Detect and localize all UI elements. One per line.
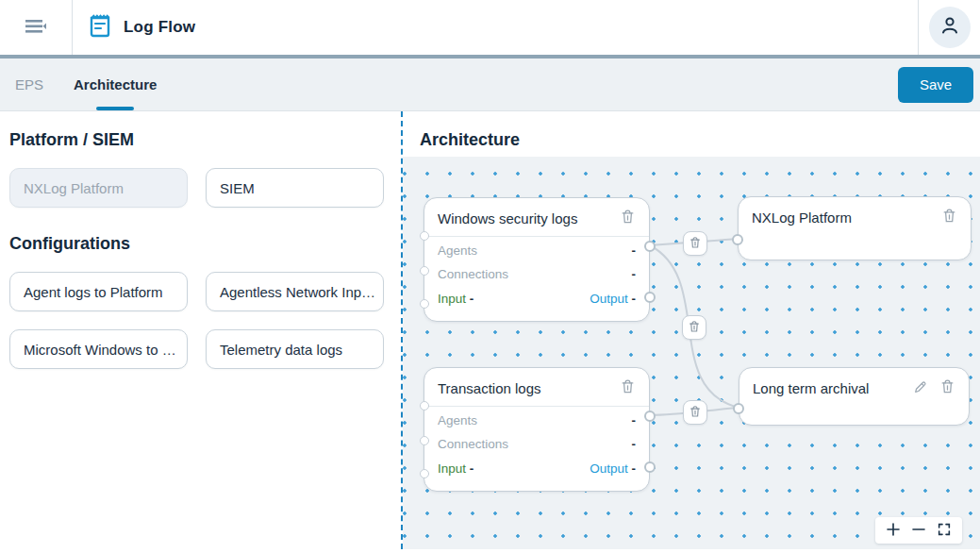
architecture-heading: Architecture xyxy=(403,111,980,150)
row-label: Connections xyxy=(438,437,508,451)
node-delete-button[interactable] xyxy=(939,378,955,397)
header-user-area xyxy=(918,0,980,55)
platform-siem-grid: NXLog Platform SIEM xyxy=(9,168,384,208)
input-port[interactable] xyxy=(420,231,429,241)
output-port[interactable] xyxy=(644,411,656,422)
output-port[interactable] xyxy=(644,292,656,303)
node-nxlog-platform[interactable]: NXLog Platform xyxy=(738,196,972,260)
node-title: Windows security logs xyxy=(438,210,577,226)
node-row-agents: Agents - xyxy=(424,239,649,262)
fit-view-icon xyxy=(937,522,952,540)
architecture-panel: Architecture xyxy=(401,111,980,549)
node-row-connections: Connections - xyxy=(424,432,649,456)
page-title: Log Flow xyxy=(124,18,195,37)
output-stat: Output - xyxy=(590,461,636,476)
siem-chip[interactable]: SIEM xyxy=(206,168,384,208)
collapse-menu-icon xyxy=(23,15,49,41)
node-delete-button[interactable] xyxy=(941,208,957,226)
trash-icon xyxy=(620,209,636,227)
configuration-chip-agentless-network[interactable]: Agentless Network Inp… xyxy=(206,272,384,311)
configurations-heading: Configurations xyxy=(9,234,384,254)
trash-icon xyxy=(689,236,702,252)
node-divider xyxy=(424,406,649,407)
input-port[interactable] xyxy=(420,401,429,411)
node-row-io: Input - Output - xyxy=(424,456,649,485)
zoom-out-button[interactable] xyxy=(907,519,930,542)
node-long-term-archival[interactable]: Long term archival xyxy=(739,367,970,426)
node-header: Transaction logs xyxy=(424,368,649,406)
flow-canvas[interactable]: Windows security logs Agents - xyxy=(403,157,980,549)
node-title: Transaction logs xyxy=(438,380,541,396)
tab-eps[interactable]: EPS xyxy=(0,59,58,110)
node-header: Windows security logs xyxy=(424,198,649,236)
edge-delete-button-windows-nxlog[interactable] xyxy=(683,231,707,256)
input-port[interactable] xyxy=(733,403,744,414)
tabs: EPS Architecture xyxy=(0,59,172,110)
output-port[interactable] xyxy=(644,241,656,252)
user-avatar[interactable] xyxy=(929,7,971,48)
save-button[interactable]: Save xyxy=(898,67,973,103)
trash-icon xyxy=(689,405,702,421)
collapse-menu-button[interactable] xyxy=(0,0,73,55)
node-divider xyxy=(424,236,649,237)
canvas-zoom-controls xyxy=(875,517,962,544)
node-delete-button[interactable] xyxy=(620,378,636,397)
tab-architecture[interactable]: Architecture xyxy=(58,59,172,110)
node-header: Long term archival xyxy=(739,368,969,406)
trash-icon xyxy=(620,378,636,397)
person-icon xyxy=(938,14,961,41)
trash-icon xyxy=(688,320,701,336)
node-delete-button[interactable] xyxy=(620,209,636,227)
plus-icon xyxy=(885,521,902,541)
row-value: - xyxy=(632,437,637,451)
fit-view-button[interactable] xyxy=(933,519,955,542)
row-label: Agents xyxy=(438,243,477,258)
pencil-icon xyxy=(913,379,928,397)
tab-bar: EPS Architecture Save xyxy=(0,59,980,111)
node-edit-button[interactable] xyxy=(913,379,928,397)
row-label: Connections xyxy=(438,267,508,281)
node-title: Long term archival xyxy=(753,380,869,396)
configuration-chip-telemetry[interactable]: Telemetry data logs xyxy=(206,329,384,369)
node-title: NXLog Platform xyxy=(752,209,852,226)
configuration-chip-microsoft-windows[interactable]: Microsoft Windows to … xyxy=(9,329,188,369)
configurations-grid: Agent logs to Platform Agentless Network… xyxy=(9,272,384,369)
input-port[interactable] xyxy=(420,436,429,445)
app-header: Log Flow xyxy=(0,0,980,59)
input-port[interactable] xyxy=(420,299,429,309)
platform-siem-heading: Platform / SIEM xyxy=(9,130,384,150)
row-value: - xyxy=(632,243,637,258)
configuration-chip-agent-logs[interactable]: Agent logs to Platform xyxy=(9,272,188,311)
trash-icon xyxy=(941,208,957,226)
edge-delete-button-transaction-archival[interactable] xyxy=(683,400,707,425)
input-port[interactable] xyxy=(420,469,429,478)
input-port[interactable] xyxy=(420,266,429,276)
row-value: - xyxy=(632,267,637,281)
node-row-connections: Connections - xyxy=(424,262,649,286)
output-port[interactable] xyxy=(644,461,656,473)
node-windows-security-logs[interactable]: Windows security logs Agents - xyxy=(424,197,650,322)
node-header: NXLog Platform xyxy=(739,197,971,235)
row-value: - xyxy=(632,413,637,427)
edge-delete-button-windows-archival[interactable] xyxy=(682,315,706,340)
notepad-icon xyxy=(88,12,112,42)
minus-icon xyxy=(910,521,927,541)
input-stat: Input - xyxy=(438,292,473,306)
content-area: Platform / SIEM NXLog Platform SIEM Conf… xyxy=(0,111,980,549)
platform-chip: NXLog Platform xyxy=(9,168,188,208)
left-panel: Platform / SIEM NXLog Platform SIEM Conf… xyxy=(0,111,401,549)
input-stat: Input - xyxy=(438,461,473,476)
node-row-agents: Agents - xyxy=(424,409,649,432)
trash-icon xyxy=(939,378,955,397)
node-row-io: Input - Output - xyxy=(424,286,649,315)
output-stat: Output - xyxy=(590,292,636,306)
zoom-in-button[interactable] xyxy=(882,519,905,542)
input-port[interactable] xyxy=(732,234,743,245)
page-title-wrap: Log Flow xyxy=(73,12,918,42)
row-label: Agents xyxy=(438,413,477,427)
node-transaction-logs[interactable]: Transaction logs Agents - xyxy=(424,367,650,492)
